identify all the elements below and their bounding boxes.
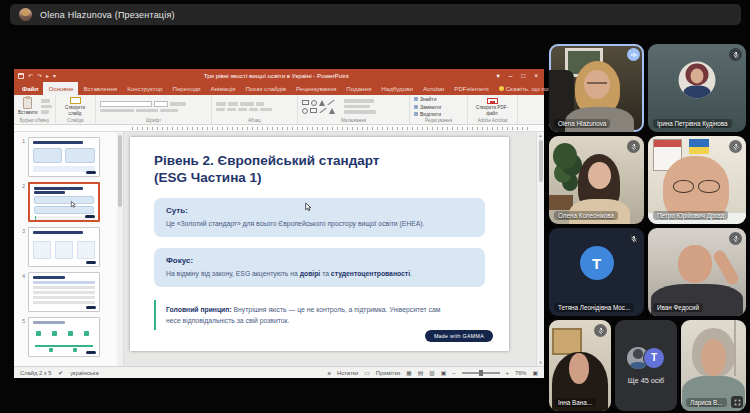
undo-icon[interactable]: ↶ — [28, 72, 33, 79]
find-icon — [414, 97, 418, 101]
zoom-in-icon[interactable]: + — [506, 370, 509, 376]
participant-tile[interactable]: Лариса В... — [681, 320, 746, 411]
ruler — [14, 125, 544, 132]
redo-icon[interactable]: ↷ — [37, 72, 42, 79]
font-style-buttons[interactable] — [100, 109, 207, 113]
comments-button[interactable]: Примітки — [376, 370, 400, 376]
quick-access-toolbar[interactable]: ↶ ↷ ▸ ▾ — [18, 72, 56, 79]
font-name-box[interactable] — [100, 101, 152, 107]
ribbon-group-acrobat: Створити PDF-файл Adobe Acrobat — [468, 95, 518, 124]
mouse-cursor-icon — [70, 200, 77, 209]
quick-styles-button[interactable] — [344, 105, 370, 109]
tab-pdfelement[interactable]: PDFelement — [449, 82, 493, 95]
spellcheck-icon[interactable]: ✔ — [58, 370, 63, 376]
tab-animations[interactable]: Анімація — [206, 82, 241, 95]
slide-scrollbar[interactable]: ▲ ▼ — [536, 132, 544, 366]
more-participants-count: Ще 45 осіб — [628, 376, 665, 385]
slide-thumbnail-3[interactable] — [28, 227, 100, 267]
participant-tile[interactable]: Петро Юрійович Дрозд — [648, 136, 746, 224]
scroll-down-icon[interactable]: ▼ — [537, 360, 544, 365]
participant-tile[interactable]: Олена Колеснікова — [549, 136, 644, 224]
tab-home[interactable]: Основне — [43, 82, 78, 95]
align-buttons[interactable] — [216, 108, 293, 112]
letter-avatar: Т — [643, 347, 665, 369]
language-indicator[interactable]: українська — [70, 370, 99, 376]
view-reading-icon[interactable]: ▥ — [429, 370, 434, 376]
participant-tile[interactable]: Olena Hlazunova — [549, 44, 644, 132]
replace-button[interactable]: Замінити — [414, 104, 441, 110]
notes-button[interactable]: Нотатки — [337, 370, 358, 376]
restore-icon[interactable]: □ — [521, 72, 525, 79]
tab-design[interactable]: Конструктор — [122, 82, 167, 95]
select-button[interactable]: Виділити — [414, 111, 441, 117]
ribbon-group-font: Шрифт — [96, 95, 212, 124]
slide-thumbnail-1[interactable] — [28, 137, 100, 177]
avatar — [679, 62, 716, 99]
overflow-tile[interactable]: Т Ще 45 осіб — [615, 320, 677, 411]
minimize-icon[interactable]: – — [509, 72, 513, 79]
zoom-level[interactable]: 76% — [515, 370, 527, 376]
ribbon-tab-bar: Файл Основне Вставлення Конструктор Пере… — [14, 82, 544, 95]
tab-insert[interactable]: Вставлення — [78, 82, 122, 95]
save-icon[interactable] — [18, 73, 24, 79]
ppt-status-bar: Слайд 2 з 5 ✔ українська ≡ Нотатки ▭ При… — [14, 366, 544, 378]
participant-tile[interactable]: Ірина Петрівна Кудінова — [648, 44, 746, 132]
participant-name: Тетяна Леонідівна Мос... — [554, 303, 634, 313]
tab-slideshow[interactable]: Показ слайдів — [240, 82, 291, 95]
focus-card-text: На відміну від закону, ESG акцентують на… — [166, 269, 473, 279]
tab-transitions[interactable]: Переходи — [167, 82, 205, 95]
participant-tile[interactable]: Иван Федосий — [648, 228, 746, 316]
zoom-out-icon[interactable]: − — [452, 370, 455, 376]
mic-off-icon — [627, 140, 640, 153]
view-sorter-icon[interactable]: ▤ — [418, 370, 423, 376]
slide-canvas[interactable]: Рівень 2. Європейський стандарт (ESG Час… — [130, 137, 509, 351]
tab-view[interactable]: Подання — [341, 82, 376, 95]
create-pdf-button[interactable]: Створити PDF-файл — [472, 97, 512, 116]
speaking-indicator-icon — [627, 48, 640, 61]
shape-fill-button[interactable] — [344, 110, 376, 114]
ppt-titlebar: ↶ ↷ ▸ ▾ Три рівні якості вищої освіти в … — [14, 69, 544, 82]
fit-slide-icon[interactable]: ▣ — [533, 370, 538, 376]
tab-file[interactable]: Файл — [17, 82, 43, 95]
participant-tile[interactable]: Інна Вана... — [549, 320, 611, 411]
focus-card: Фокус: На відміну від закону, ESG акцент… — [154, 248, 485, 287]
slide-thumbnail-5[interactable] — [28, 317, 100, 357]
participant-name: Лариса В... — [686, 398, 727, 408]
grow-shrink-font-buttons[interactable] — [170, 102, 186, 106]
paste-button[interactable]: Вставити — [18, 97, 38, 116]
slide-thumbnail-2[interactable] — [28, 182, 100, 222]
ribbon-options-icon[interactable]: ▾ — [496, 72, 499, 80]
new-slide-button[interactable]: Створити слайд — [60, 97, 90, 116]
essence-card: Суть: Це «Золотий стандарт» для всього Є… — [154, 198, 485, 237]
zoom-slider[interactable] — [462, 372, 500, 374]
view-slideshow-icon[interactable]: ▣ — [441, 370, 446, 376]
participant-tile[interactable]: Т Тетяна Леонідівна Мос... — [549, 228, 644, 316]
participant-name: Ірина Петрівна Кудінова — [653, 119, 732, 129]
fullscreen-icon[interactable] — [731, 396, 743, 408]
view-normal-icon[interactable]: ▦ — [406, 370, 411, 376]
tab-acrobat[interactable]: Acrobat — [418, 82, 449, 95]
slide-indicator: Слайд 2 з 5 — [20, 370, 51, 376]
slide-thumbnail-4[interactable] — [28, 272, 100, 312]
slide-editing-area: Рівень 2. Європейський стандарт (ESG Час… — [124, 132, 536, 366]
shapes-gallery[interactable] — [302, 100, 335, 106]
scroll-up-icon[interactable]: ▲ — [537, 133, 544, 138]
start-slideshow-icon[interactable]: ▸ — [46, 72, 49, 79]
close-icon[interactable]: × — [534, 72, 538, 79]
lightbulb-icon — [499, 86, 504, 91]
arrange-button[interactable] — [344, 99, 374, 103]
find-button[interactable]: Знайти — [414, 96, 441, 102]
comments-icon: ▭ — [364, 370, 369, 376]
new-slide-icon — [70, 97, 81, 104]
tab-addins[interactable]: Надбудови — [376, 82, 418, 95]
tab-review[interactable]: Рецензування — [291, 82, 341, 95]
participant-name: Інна Вана... — [554, 398, 596, 408]
shapes-gallery-row2[interactable] — [302, 108, 335, 114]
thumbnail-scrollbar[interactable] — [117, 132, 123, 366]
clipboard-small-buttons[interactable] — [41, 97, 52, 116]
font-size-box[interactable] — [154, 101, 168, 107]
list-buttons[interactable] — [216, 102, 293, 106]
mic-off-icon — [594, 324, 607, 337]
letter-avatar: Т — [580, 246, 614, 280]
participant-name: Олена Колеснікова — [554, 211, 618, 221]
